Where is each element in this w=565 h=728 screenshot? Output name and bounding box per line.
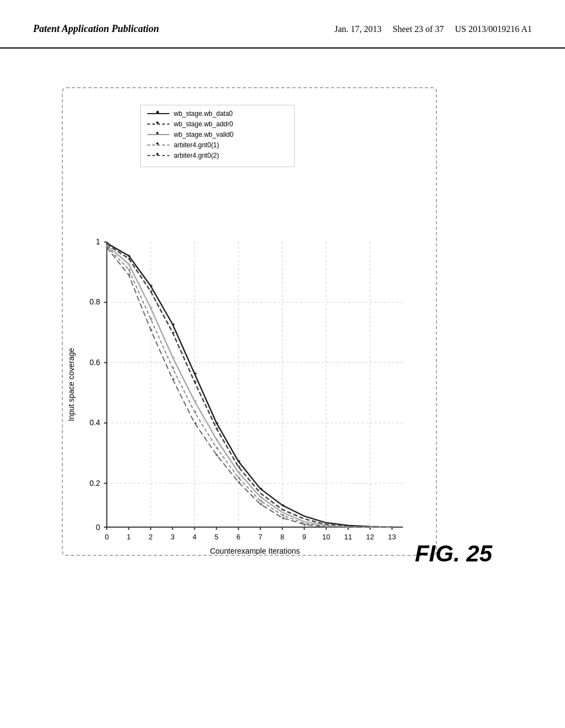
svg-text:✦: ✦ xyxy=(105,244,110,250)
svg-text:4: 4 xyxy=(193,532,196,540)
page-header: Patent Application Publication Jan. 17, … xyxy=(0,0,565,49)
svg-text:✦: ✦ xyxy=(171,376,175,382)
svg-text:✦: ✦ xyxy=(171,365,175,371)
svg-text:✦: ✦ xyxy=(171,354,175,360)
svg-text:0.4: 0.4 xyxy=(89,417,100,426)
svg-text:✦: ✦ xyxy=(149,305,153,311)
svg-text:✦: ✦ xyxy=(281,515,285,521)
svg-text:✦: ✦ xyxy=(171,329,175,335)
svg-text:✦: ✦ xyxy=(281,502,285,508)
svg-text:6: 6 xyxy=(237,532,241,540)
publication-date: Jan. 17, 2013 xyxy=(334,24,381,34)
svg-text:✦: ✦ xyxy=(237,479,241,485)
svg-text:✦: ✦ xyxy=(193,379,198,385)
publication-info: Jan. 17, 2013 Sheet 23 of 37 US 2013/001… xyxy=(334,22,532,36)
svg-text:✦: ✦ xyxy=(259,501,263,507)
svg-text:Input space coverage: Input space coverage xyxy=(67,347,76,421)
publication-title-text: Patent Application Publication xyxy=(33,23,159,34)
svg-text:0.8: 0.8 xyxy=(89,297,100,306)
svg-text:7: 7 xyxy=(258,532,262,540)
figure-container: ✦ wb_stage.wb_data0 ✦ wb_stage.wb_addr0 … xyxy=(62,87,503,611)
svg-text:8: 8 xyxy=(280,532,284,540)
svg-text:1: 1 xyxy=(127,532,131,540)
svg-text:✦: ✦ xyxy=(171,322,175,328)
svg-text:✦: ✦ xyxy=(215,425,219,431)
svg-text:✦: ✦ xyxy=(193,420,198,426)
svg-text:0.6: 0.6 xyxy=(89,357,100,366)
svg-text:✦: ✦ xyxy=(193,398,198,404)
svg-text:0: 0 xyxy=(105,532,109,540)
svg-text:5: 5 xyxy=(215,532,218,540)
svg-text:9: 9 xyxy=(302,532,306,540)
svg-text:✦: ✦ xyxy=(259,486,263,492)
svg-text:✦: ✦ xyxy=(127,272,131,278)
svg-text:✦: ✦ xyxy=(302,521,307,527)
svg-text:10: 10 xyxy=(322,532,330,540)
chart-border: ✦ wb_stage.wb_data0 ✦ wb_stage.wb_addr0 … xyxy=(62,87,437,556)
svg-text:Counterexample Iterations: Counterexample Iterations xyxy=(210,546,300,554)
svg-text:✦: ✦ xyxy=(149,316,153,322)
figure-label: FIG. 25 xyxy=(415,540,492,567)
publication-title: Patent Application Publication xyxy=(33,22,159,36)
svg-text:✦: ✦ xyxy=(149,326,153,333)
svg-text:0.2: 0.2 xyxy=(89,479,100,488)
svg-text:✦: ✦ xyxy=(215,445,219,451)
svg-text:✦: ✦ xyxy=(193,409,198,415)
publication-number: US 2013/0019216 A1 xyxy=(455,24,532,34)
sheet-info: Sheet 23 of 37 xyxy=(393,24,444,34)
main-content: ✦ wb_stage.wb_data0 ✦ wb_stage.wb_addr0 … xyxy=(0,49,565,633)
svg-text:3: 3 xyxy=(170,532,174,540)
svg-text:1: 1 xyxy=(96,237,100,245)
chart-svg: 0 0.2 0.4 0.6 0.8 1 xyxy=(63,88,436,555)
svg-text:✦: ✦ xyxy=(149,288,153,295)
svg-text:✦: ✦ xyxy=(193,371,198,377)
svg-text:13: 13 xyxy=(388,532,396,540)
svg-text:✦: ✦ xyxy=(215,452,219,458)
svg-text:12: 12 xyxy=(366,532,374,540)
svg-text:✦: ✦ xyxy=(215,436,219,442)
svg-text:2: 2 xyxy=(148,532,152,540)
svg-text:0: 0 xyxy=(96,522,100,531)
svg-text:11: 11 xyxy=(344,532,352,540)
